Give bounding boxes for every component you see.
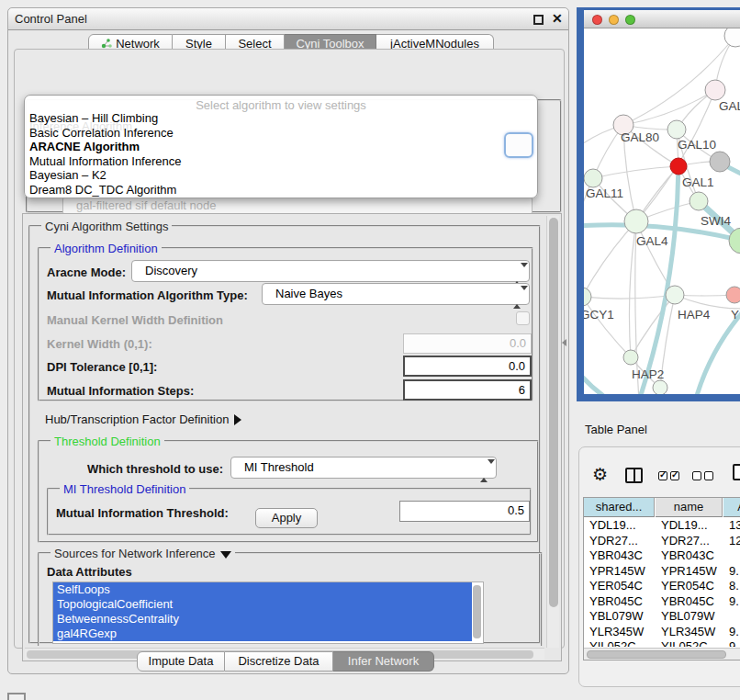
mi-algorithm-type-combobox[interactable]: Naive Bayes [262,283,530,305]
table-panel-title: Table Panel [585,423,647,436]
network-edge[interactable] [584,297,631,357]
select-all-icon[interactable] [658,471,682,482]
network-node-gal4[interactable] [624,209,648,233]
document-icon[interactable] [733,464,740,480]
control-panel-titlebar[interactable]: Control Panel ✕ [8,8,568,30]
data-attribute-item[interactable]: gal4RGexp [53,627,472,641]
network-node[interactable] [653,380,667,394]
table-row[interactable]: YLR345WYLR345W9. [584,625,740,640]
stepper-icon [480,461,488,481]
list-scrollbar-thumb[interactable] [473,585,481,638]
table-row[interactable]: YDL19...YDL19...13 [584,518,740,534]
vertical-scrollbar[interactable] [546,216,559,648]
network-node-gal11[interactable] [584,169,602,187]
node-label: GAL80 [621,130,659,144]
network-node-gal[interactable] [705,80,725,100]
network-edge[interactable] [584,221,636,297]
minimize-traffic-light-icon[interactable] [609,15,619,25]
network-node-gal1[interactable] [670,158,687,175]
infer-network-panel: gal-filtered sif default node Select alg… [14,49,565,649]
table-cell: YLR345W [589,625,660,640]
table-cell: 9. [729,625,740,640]
network-node-y[interactable] [726,287,740,303]
threshold-definition-title: Threshold Definition [50,435,164,448]
splitpane-collapse-icon[interactable] [562,339,566,346]
network-window-titlebar[interactable] [584,10,740,28]
control-panel-window: Control Panel ✕ Network Style Select Cyn… [7,7,569,674]
desktop: { "window": { "title": "Control Panel" }… [0,0,740,700]
table-cell: YER054C [661,579,728,594]
tab-discretize-data[interactable]: Discretize Data [225,651,333,672]
algorithm-option[interactable]: ARACNE Algorithm [25,140,537,154]
network-node-swi4[interactable] [690,192,708,210]
network-node-gcy1[interactable] [584,288,591,306]
algorithm-option[interactable]: Dream8 DC_TDC Algorithm [25,183,537,198]
table-cell: YDR27... [661,534,728,549]
apply-button[interactable]: Apply [255,508,318,528]
network-edge[interactable] [584,370,611,394]
node-label: GAL1 [682,175,714,189]
network-node-hap4[interactable] [666,286,684,304]
algorithm-option[interactable]: Mutual Information Inference [25,154,537,169]
table-row[interactable]: YBL079WYBL079W [584,609,740,625]
table-cell: YPR145W [589,564,660,580]
zoom-traffic-light-icon[interactable] [625,15,635,25]
table-cell: 9. [729,594,740,610]
mi-steps-field[interactable]: 6 [403,379,532,401]
table-row[interactable]: YBR045CYBR045C9. [584,594,740,610]
table-hscrollbar[interactable] [584,648,740,660]
mi-threshold-field[interactable]: 0.5 [399,501,530,522]
stepper-icon [513,288,521,308]
tab-infer-network[interactable]: Infer Network [333,651,434,672]
kernel-width-field[interactable]: 0.0 [403,333,532,354]
table-row[interactable]: YER054CYER054C8. [584,579,740,594]
network-view-inner: GALGAL80GAL10GAL1GAL11SWI4GAL4GCY1HAP4YH… [584,10,740,394]
network-node-gal10[interactable] [667,120,686,139]
mi-threshold-label: Mutual Information Threshold: [56,506,229,520]
manual-kernel-width-checkbox[interactable] [516,311,530,325]
network-edge[interactable] [593,166,678,178]
network-node[interactable] [710,152,730,172]
dpi-tolerance-field[interactable]: 0.0 [403,356,532,377]
sources-title[interactable]: Sources for Network Inference [50,547,235,560]
collapsed-panel-icon[interactable] [7,693,26,700]
network-edge[interactable] [639,166,678,394]
which-threshold-combobox[interactable]: MI Threshold [230,457,497,479]
gear-icon[interactable]: ⚙ [592,466,608,483]
split-view-icon[interactable] [625,468,643,483]
aracne-mode-label: Aracne Mode: [47,265,126,279]
network-canvas[interactable]: GALGAL80GAL10GAL1GAL11SWI4GAL4GCY1HAP4YH… [584,28,740,394]
table-row[interactable]: YIL052CYIL052C9. [584,639,740,647]
table-row[interactable]: YPR145WYPR145W9. [584,564,740,580]
close-traffic-light-icon[interactable] [592,15,602,25]
data-attribute-item[interactable]: BetweennessCentrality [53,612,472,627]
aracne-mode-combobox[interactable]: Discovery [131,260,530,282]
table-cell: YBL079W [589,609,660,625]
deselect-all-icon[interactable] [692,471,716,482]
algorithm-option[interactable]: Bayesian – K2 [25,168,537,183]
column-header[interactable]: shared... [584,498,655,517]
sources-group: Sources for Network Inference Data Attri… [38,552,543,646]
data-attribute-item[interactable]: SelfLoops [53,582,472,597]
network-node-hap2[interactable] [623,350,638,365]
network-node[interactable] [724,28,740,47]
network-icon [101,36,112,46]
restore-icon[interactable] [533,15,544,25]
table-cell: YDL19... [661,518,728,534]
vertical-scrollbar-thumb[interactable] [549,218,558,607]
hub-definition-toggle[interactable]: Hub/Transcription Factor Definition [45,412,241,426]
tab-impute-data[interactable]: Impute Data [137,651,225,672]
table-cell: 8. [729,579,740,594]
table-cell: YBR043C [589,548,660,564]
table-rows: YDL19...YDL19...13YDR27...YDR27...12YBR0… [584,518,740,647]
data-attributes-list[interactable]: SelfLoopsTopologicalCoefficientBetweenne… [52,581,484,644]
table-row[interactable]: YBR043CYBR043C [584,548,740,564]
close-icon[interactable]: ✕ [552,11,563,26]
bottom-tabs: Impute Data Discretize Data Infer Networ… [137,651,440,672]
column-header[interactable]: name [656,498,723,517]
table-hscrollbar-thumb[interactable] [587,650,726,659]
table-row[interactable]: YDR27...YDR27...12 [584,534,740,549]
column-header[interactable]: A [723,498,740,517]
data-attribute-item[interactable]: TopologicalCoefficient [53,597,472,612]
network-edge[interactable] [623,90,715,125]
